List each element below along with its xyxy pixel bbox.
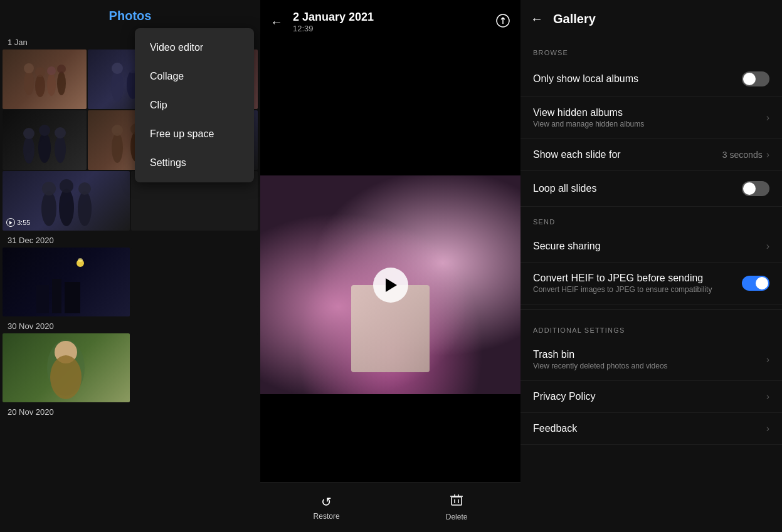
section-additional-label: ADDITIONAL SETTINGS	[520, 315, 782, 339]
settings-back-button[interactable]: ←	[531, 12, 543, 26]
settings-item-content: Loop all slides	[533, 183, 742, 194]
video-player[interactable]	[260, 175, 520, 394]
menu-item-collage[interactable]: Collage	[135, 62, 254, 91]
dropdown-menu: Video editor Collage Clip Free up space …	[135, 28, 254, 182]
settings-item-content: Trash bin View recently deleted photos a…	[533, 349, 766, 370]
photo-row-portrait	[3, 333, 258, 402]
svg-point-4	[47, 73, 56, 96]
delete-label: Delete	[446, 513, 468, 521]
delete-button[interactable]: Delete	[446, 493, 468, 521]
photo-thumb-empty3	[131, 333, 258, 393]
video-duration: 3:55	[17, 219, 30, 226]
svg-point-45	[78, 182, 91, 195]
settings-item-content: Show each slide for	[533, 149, 722, 160]
chevron-icon: ›	[766, 423, 769, 434]
divider	[520, 310, 782, 310]
play-button[interactable]	[373, 268, 408, 303]
settings-item-content: View hidden albums View and manage hidde…	[533, 107, 766, 128]
settings-item-convert-heif[interactable]: Convert HEIF to JPEG before sending Conv…	[520, 263, 782, 305]
slide-duration-value: 3 seconds ›	[722, 149, 769, 160]
restore-icon: ↺	[321, 494, 332, 509]
photos-panel: Photos 1 Jan	[0, 0, 260, 532]
photo-thumb[interactable]	[3, 110, 87, 170]
local-albums-toggle[interactable]	[742, 71, 769, 86]
menu-item-clip[interactable]: Clip	[135, 91, 254, 120]
date-label-nov30: 30 Nov 2020	[3, 318, 258, 333]
toggle-knob	[743, 182, 756, 195]
svg-point-40	[41, 191, 56, 226]
svg-point-3	[35, 67, 45, 77]
svg-point-44	[78, 191, 92, 226]
convert-heif-title: Convert HEIF to JPEG before sending	[533, 273, 742, 284]
date-label-nov20: 20 Nov 2020	[3, 404, 258, 419]
svg-rect-48	[52, 279, 61, 313]
video-header: ← 2 January 2021 12:39	[260, 0, 520, 44]
svg-point-0	[24, 70, 34, 95]
photos-header: Photos	[0, 0, 260, 31]
svg-point-7	[57, 65, 66, 73]
svg-point-9	[112, 63, 123, 74]
menu-item-settings[interactable]: Settings	[135, 149, 254, 177]
svg-rect-49	[65, 282, 80, 313]
settings-item-local-albums[interactable]: Only show local albums	[520, 61, 782, 97]
delete-icon	[450, 493, 463, 510]
video-panel: ← 2 January 2021 12:39 ↺ Restore	[260, 0, 520, 532]
photo-thumb[interactable]: 3:55	[3, 171, 130, 231]
trash-bin-subtitle: View recently deleted photos and videos	[533, 362, 766, 370]
settings-item-feedback[interactable]: Feedback ›	[520, 413, 782, 445]
settings-title: Gallery	[553, 12, 596, 26]
video-subtitle: 12:39	[293, 24, 495, 33]
svg-point-24	[23, 136, 34, 164]
feedback-title: Feedback	[533, 423, 766, 434]
toggle-knob	[756, 277, 768, 289]
loop-slides-toggle[interactable]	[742, 181, 769, 196]
trash-bin-title: Trash bin	[533, 349, 766, 360]
photo-thumb-empty2	[131, 248, 258, 307]
section-send-label: SEND	[520, 207, 782, 231]
svg-point-5	[47, 66, 56, 75]
photo-thumb-portrait[interactable]	[3, 333, 130, 402]
settings-item-slide-duration[interactable]: Show each slide for 3 seconds ›	[520, 139, 782, 171]
menu-item-video-editor[interactable]: Video editor	[135, 33, 254, 62]
svg-rect-56	[452, 497, 462, 505]
video-main-title: 2 January 2021	[293, 11, 495, 24]
settings-item-privacy-policy[interactable]: Privacy Policy ›	[520, 381, 782, 413]
play-triangle-icon	[386, 278, 397, 292]
section-browse-label: BROWSE	[520, 38, 782, 61]
toggle-knob	[743, 73, 756, 85]
settings-item-content: Privacy Policy	[533, 391, 766, 402]
settings-item-secure-sharing[interactable]: Secure sharing ›	[520, 231, 782, 263]
restore-button[interactable]: ↺ Restore	[314, 494, 340, 521]
video-back-button[interactable]: ←	[270, 15, 283, 29]
settings-item-loop-slides[interactable]: Loop all slides	[520, 171, 782, 207]
svg-point-43	[60, 179, 73, 193]
restore-label: Restore	[314, 512, 340, 521]
hidden-albums-title: View hidden albums	[533, 107, 766, 118]
gallery-settings-panel: ← Gallery BROWSE Only show local albums …	[520, 0, 782, 532]
svg-rect-47	[36, 285, 49, 313]
menu-item-free-up-space[interactable]: Free up space	[135, 120, 254, 149]
settings-item-content: Convert HEIF to JPEG before sending Conv…	[533, 273, 742, 294]
video-duration-badge: 3:55	[6, 218, 30, 227]
video-footer: ↺ Restore Delete	[260, 482, 520, 532]
svg-point-29	[55, 127, 66, 138]
photo-thumb-night[interactable]	[3, 248, 130, 316]
slide-duration-title: Show each slide for	[533, 149, 722, 160]
svg-point-41	[42, 182, 56, 196]
settings-item-trash-bin[interactable]: Trash bin View recently deleted photos a…	[520, 339, 782, 381]
chevron-icon: ›	[766, 112, 769, 123]
chevron-icon: ›	[766, 149, 769, 160]
video-title-block: 2 January 2021 12:39	[293, 11, 495, 33]
convert-heif-subtitle: Convert HEIF images to JPEG to ensure co…	[533, 285, 742, 294]
svg-point-31	[112, 125, 123, 136]
convert-heif-toggle[interactable]	[742, 276, 769, 291]
svg-point-26	[38, 133, 51, 163]
photo-thumb[interactable]	[3, 50, 87, 109]
loop-slides-title: Loop all slides	[533, 183, 742, 194]
photo-row-night	[3, 248, 258, 316]
svg-point-27	[39, 125, 50, 136]
settings-item-content: Feedback	[533, 423, 766, 434]
svg-point-54	[50, 355, 82, 399]
settings-item-hidden-albums[interactable]: View hidden albums View and manage hidde…	[520, 97, 782, 139]
video-share-button[interactable]	[495, 13, 510, 31]
